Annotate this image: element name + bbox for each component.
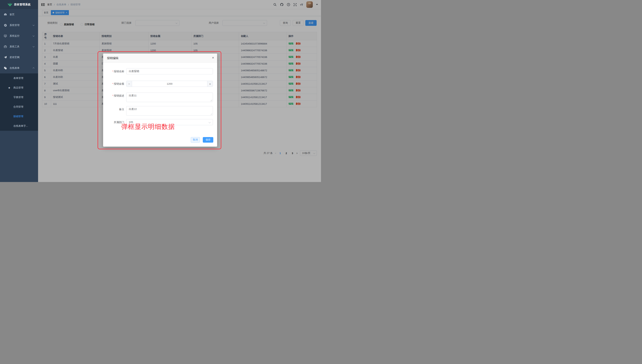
save-button[interactable]: 保存 [203, 137, 213, 142]
logo[interactable]: 若依管理系统 [0, 0, 38, 9]
sidebar-item-5[interactable]: 在线表单 [0, 63, 38, 74]
submenu-item-4[interactable]: 报销管理 [0, 112, 38, 121]
submenu-item-2[interactable]: 字典管理 [0, 92, 38, 102]
dialog-title: 报销编辑 [107, 54, 118, 62]
sidebar-item-0[interactable]: 首页 [0, 9, 38, 20]
stepper-plus-button[interactable]: + [207, 81, 213, 86]
dialog-close-icon[interactable]: × [212, 56, 214, 60]
sidebar-menu: 首页系统管理系统监控系统工具若依官网在线表单表单管理★商品管理字典管理合同管理报… [0, 9, 38, 131]
submenu-item-label: 报销管理 [14, 115, 23, 118]
expense-name-input[interactable] [126, 68, 213, 74]
expense-edit-dialog: 报销编辑 × *报销名称 *报销金额 − + *报销描述 出差11 备注 出差2… [103, 54, 217, 147]
submenu-item-label: 在线表单字... [14, 124, 28, 128]
required-asterisk: * [112, 70, 113, 73]
chevron-down-icon [33, 24, 35, 26]
toolbox-icon [4, 45, 7, 48]
required-asterisk: * [112, 94, 113, 97]
submenu-item-3[interactable]: 合同管理 [0, 102, 38, 112]
chevron-down-icon [209, 121, 211, 123]
submenu-item-label: 表单管理 [14, 76, 23, 80]
submenu-item-1[interactable]: ★商品管理 [0, 83, 38, 92]
sidebar-item-1[interactable]: 系统管理 [0, 20, 38, 30]
cancel-button[interactable]: 取消 [191, 137, 200, 142]
name-field-label: 报销名称 [114, 70, 124, 73]
sidebar-item-label: 系统监控 [10, 34, 20, 38]
sidebar-item-2[interactable]: 系统监控 [0, 30, 38, 41]
chevron-down-icon [33, 35, 35, 37]
chevron-down-icon [33, 46, 35, 48]
logo-leaf-icon [8, 2, 13, 7]
star-icon: ★ [8, 86, 11, 89]
sidebar-item-3[interactable]: 系统工具 [0, 41, 38, 52]
sidebar-submenu: 表单管理★商品管理字典管理合同管理报销管理在线表单字... [0, 74, 38, 131]
documents-icon [4, 66, 7, 70]
paper-plane-icon [4, 56, 7, 59]
submenu-item-0[interactable]: 表单管理 [0, 74, 38, 83]
chevron-up-icon [33, 68, 35, 70]
submenu-item-label: 字典管理 [14, 96, 23, 99]
expense-amount-input[interactable] [132, 81, 207, 86]
sidebar-item-label: 系统工具 [10, 45, 20, 48]
stepper-minus-button[interactable]: − [127, 81, 132, 86]
dashboard-icon [4, 13, 7, 16]
app-title: 若依管理系统 [14, 3, 31, 6]
amount-stepper: − + [126, 81, 213, 87]
submenu-item-5[interactable]: 在线表单字... [0, 121, 38, 131]
submenu-item-label: 商品管理 [14, 86, 23, 90]
sidebar-item-label: 首页 [10, 13, 15, 16]
sidebar-item-4[interactable]: 若依官网 [0, 52, 38, 63]
monitor-icon [4, 34, 7, 38]
required-asterisk: * [112, 82, 113, 85]
dialog-header: 报销编辑 × [103, 54, 217, 62]
gear-icon [4, 24, 7, 27]
sidebar-item-label: 若依官网 [10, 56, 20, 59]
expense-desc-textarea[interactable]: 出差11 [126, 92, 213, 102]
remark-textarea[interactable]: 出差22 [126, 106, 213, 116]
remark-field-label: 备注 [119, 108, 124, 111]
sidebar: 若依管理系统 首页系统管理系统监控系统工具若依官网在线表单表单管理★商品管理字典… [0, 0, 38, 182]
sidebar-item-label: 在线表单 [10, 66, 20, 70]
annotation-text: 弹框显示明细数据 [121, 122, 175, 131]
sidebar-item-label: 系统管理 [10, 24, 20, 27]
desc-field-label: 报销描述 [114, 94, 124, 97]
submenu-item-label: 合同管理 [14, 105, 23, 108]
amount-field-label: 报销金额 [114, 82, 124, 85]
app-root: 若依管理系统 首页系统管理系统监控系统工具若依官网在线表单表单管理★商品管理字典… [0, 0, 321, 182]
